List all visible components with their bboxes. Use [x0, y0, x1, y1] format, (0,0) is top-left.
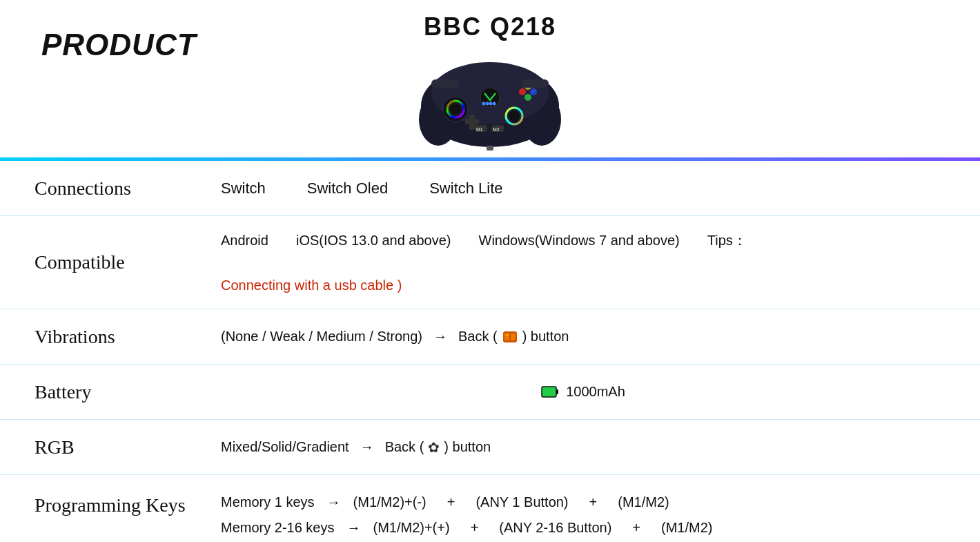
vibrations-back-text: Back (: [458, 329, 498, 345]
tips-prefix: Tips：: [707, 231, 747, 250]
svg-point-9: [509, 110, 520, 122]
prog-arrow-1: →: [327, 494, 341, 510]
connection-switch: Switch: [221, 180, 266, 197]
vibration-icon: [502, 329, 518, 345]
rgb-back-suffix: ) button: [444, 439, 491, 455]
header: PRODUCT BBC Q218: [0, 0, 980, 161]
platform-windows: Windows(Windows 7 and above): [479, 233, 680, 249]
battery-icon: [541, 386, 559, 398]
prog-combo1-2: (M1/M2)+(+): [373, 520, 450, 536]
svg-point-12: [525, 94, 531, 101]
programming-block: Memory 1 keys → (M1/M2)+(-) + (ANY 1 But…: [221, 494, 713, 536]
prog-combo2-2: (ANY 2-16 Button): [499, 520, 611, 536]
programming-content: Memory 1 keys → (M1/M2)+(-) + (ANY 1 But…: [221, 494, 945, 536]
battery-row: Battery 1000mAh: [0, 365, 980, 420]
battery-content: 1000mAh: [221, 384, 945, 400]
connections-label: Connections: [35, 177, 221, 200]
battery-label: Battery: [35, 381, 221, 403]
programming-row-2: Memory 2-16 keys → (M1/M2)+(+) + (ANY 2-…: [221, 520, 713, 536]
programming-row-1: Memory 1 keys → (M1/M2)+(-) + (ANY 1 But…: [221, 494, 713, 510]
svg-text:M1: M1: [476, 127, 483, 132]
svg-rect-32: [542, 387, 556, 397]
svg-point-17: [482, 101, 486, 105]
svg-point-7: [450, 104, 461, 115]
svg-text:M2: M2: [493, 127, 500, 132]
spec-table: Connections Switch Switch Oled Switch Li…: [0, 161, 980, 542]
prog-plus2-1: +: [589, 494, 598, 510]
prog-memory-2: Memory 2-16 keys: [221, 520, 335, 536]
prog-arrow-2: →: [347, 520, 361, 536]
vibrations-back-suffix: ) button: [522, 329, 569, 345]
rgb-arrow: →: [360, 439, 374, 455]
rgb-content: Mixed/Solid/Gradient → Back ( ✿ ) button: [221, 439, 945, 456]
connections-row: Connections Switch Switch Oled Switch Li…: [0, 161, 980, 216]
compatible-row: Compatible Android iOS(IOS 13.0 and abov…: [0, 216, 980, 309]
header-divider: [0, 157, 980, 161]
prog-combo3-2: (M1/M2): [661, 520, 712, 536]
programming-label: Programming Keys: [35, 494, 221, 516]
rgb-back-text: Back (: [385, 439, 424, 455]
rgb-description: Mixed/Solid/Gradient: [221, 439, 349, 455]
vibrations-row: Vibrations (None / Weak / Medium / Stron…: [0, 309, 980, 365]
svg-rect-27: [487, 146, 493, 151]
programming-row: Programming Keys Memory 1 keys → (M1/M2)…: [0, 475, 980, 542]
tips-text: Connecting with a usb cable ): [221, 278, 402, 293]
svg-point-18: [486, 101, 489, 105]
compatible-content: Android iOS(IOS 13.0 and above) Windows(…: [221, 231, 945, 293]
svg-point-14: [530, 88, 537, 95]
svg-rect-33: [556, 389, 558, 394]
rgb-sun-icon: ✿: [428, 439, 440, 456]
connection-switch-lite: Switch Lite: [429, 180, 502, 197]
connection-switch-oled: Switch Oled: [307, 180, 388, 197]
rgb-row: RGB Mixed/Solid/Gradient → Back ( ✿ ) bu…: [0, 420, 980, 475]
prog-plus2-2: +: [632, 520, 640, 536]
prog-combo1-1: (M1/M2)+(-): [353, 494, 427, 510]
battery-capacity: 1000mAh: [566, 384, 625, 400]
svg-point-13: [519, 88, 526, 95]
vibrations-arrow: →: [433, 329, 447, 345]
vibrations-content: (None / Weak / Medium / Strong) → Back (…: [221, 329, 945, 345]
rgb-label: RGB: [35, 436, 221, 458]
svg-rect-22: [521, 79, 549, 88]
svg-point-19: [489, 101, 493, 105]
page-title: BBC Q218: [424, 12, 556, 41]
platform-android: Android: [221, 233, 268, 249]
platform-ios: iOS(IOS 13.0 and above): [296, 233, 451, 249]
prog-memory-1: Memory 1 keys: [221, 494, 315, 510]
vibrations-label: Vibrations: [35, 326, 221, 348]
controller-image: M1 M2: [414, 41, 566, 152]
prog-combo2-1: (ANY 1 Button): [476, 494, 568, 510]
prog-plus1-2: +: [471, 520, 479, 536]
vibrations-description: (None / Weak / Medium / Strong): [221, 329, 422, 345]
svg-rect-21: [431, 79, 459, 88]
svg-point-20: [493, 101, 496, 105]
compatible-label: Compatible: [35, 251, 221, 273]
product-label: PRODUCT: [41, 28, 197, 62]
prog-plus1-1: +: [447, 494, 455, 510]
svg-rect-30: [511, 333, 516, 340]
connections-content: Switch Switch Oled Switch Lite: [221, 180, 945, 197]
prog-combo3-1: (M1/M2): [618, 494, 669, 510]
connection-items: Switch Switch Oled Switch Lite: [221, 180, 503, 197]
svg-rect-11: [465, 119, 479, 124]
svg-rect-31: [504, 333, 509, 336]
